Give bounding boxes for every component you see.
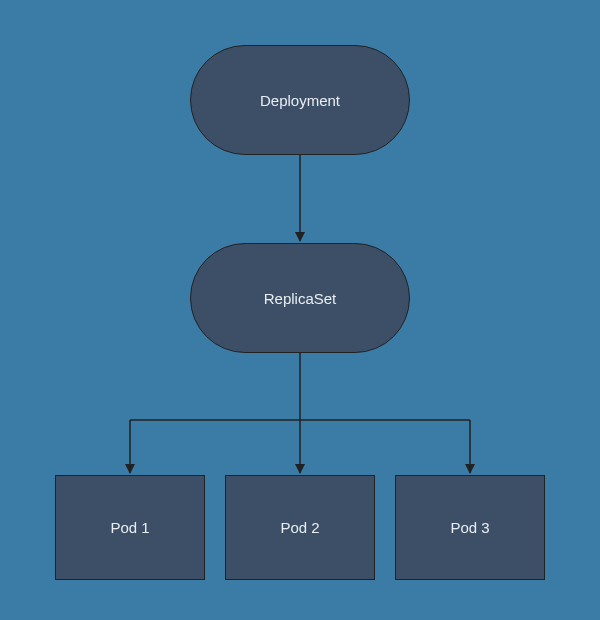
diagram-canvas: Deployment ReplicaSet Pod 1 Pod 2 Pod 3 xyxy=(0,0,600,620)
node-pod2-label: Pod 2 xyxy=(280,519,319,536)
node-pod3: Pod 3 xyxy=(395,475,545,580)
node-deployment-label: Deployment xyxy=(260,92,340,109)
node-replicaset-label: ReplicaSet xyxy=(264,290,337,307)
node-deployment: Deployment xyxy=(190,45,410,155)
node-pod1-label: Pod 1 xyxy=(110,519,149,536)
node-pod2: Pod 2 xyxy=(225,475,375,580)
node-pod3-label: Pod 3 xyxy=(450,519,489,536)
node-replicaset: ReplicaSet xyxy=(190,243,410,353)
node-pod1: Pod 1 xyxy=(55,475,205,580)
